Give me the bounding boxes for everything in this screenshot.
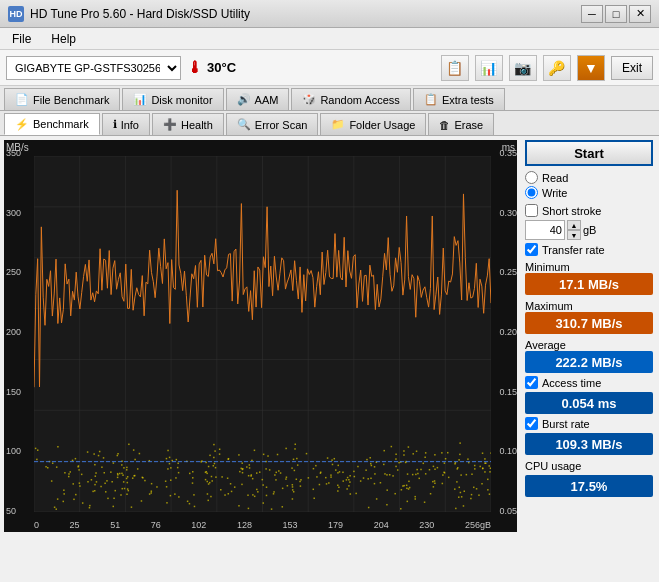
average-section: Average 222.2 MB/s — [525, 337, 653, 373]
chart-x-axis: 0 25 51 76 102 128 153 179 204 230 256gB — [34, 520, 491, 532]
maximum-section: Maximum 310.7 MB/s — [525, 298, 653, 334]
temperature-value: 30°C — [207, 60, 236, 75]
health-icon: ➕ — [163, 118, 177, 131]
minimum-value: 17.1 MB/s — [525, 273, 653, 295]
tab-extra-tests[interactable]: 📋 Extra tests — [413, 88, 505, 110]
tab-bar-row2: ⚡ Benchmark ℹ Info ➕ Health 🔍 Error Scan… — [0, 111, 659, 136]
app-icon: HD — [8, 6, 24, 22]
minimum-label: Minimum — [525, 261, 653, 273]
average-value: 222.2 MB/s — [525, 351, 653, 373]
tab-bar-row1: 📄 File Benchmark 📊 Disk monitor 🔊 AAM 🎲 … — [0, 86, 659, 111]
write-radio[interactable]: Write — [525, 186, 653, 199]
access-time-value: 0.054 ms — [525, 392, 653, 414]
gb-input-row: ▲ ▼ gB — [525, 220, 653, 240]
folder-usage-icon: 📁 — [331, 118, 345, 131]
tab-benchmark[interactable]: ⚡ Benchmark — [4, 113, 100, 135]
tab-erase[interactable]: 🗑 Erase — [428, 113, 494, 135]
right-panel: Start Read Write Short stroke ▲ ▼ gB — [519, 136, 659, 536]
tab-random-access[interactable]: 🎲 Random Access — [291, 88, 410, 110]
chart-y-axis-right: 0.35 0.30 0.25 0.20 0.15 0.10 0.05 — [491, 140, 517, 532]
tab-aam[interactable]: 🔊 AAM — [226, 88, 290, 110]
gb-value-input[interactable] — [525, 220, 565, 240]
aam-icon: 🔊 — [237, 93, 251, 106]
mode-radio-group: Read Write — [525, 169, 653, 201]
tab-info[interactable]: ℹ Info — [102, 113, 150, 135]
start-button[interactable]: Start — [525, 140, 653, 166]
disk-monitor-icon: 📊 — [133, 93, 147, 106]
maximum-label: Maximum — [525, 300, 653, 312]
access-time-checkbox[interactable]: Access time — [525, 376, 653, 389]
main-content: MB/s ms 350 300 250 200 150 100 50 0.35 … — [0, 136, 659, 536]
chart-area: MB/s ms 350 300 250 200 150 100 50 0.35 … — [4, 140, 517, 532]
exit-button[interactable]: Exit — [611, 56, 653, 80]
file-benchmark-icon: 📄 — [15, 93, 29, 106]
toolbar-btn-1[interactable]: 📋 — [441, 55, 469, 81]
gb-spinner: ▲ ▼ — [567, 220, 581, 240]
gb-spin-down[interactable]: ▼ — [567, 230, 581, 240]
tab-error-scan[interactable]: 🔍 Error Scan — [226, 113, 319, 135]
toolbar-btn-down[interactable]: ▼ — [577, 55, 605, 81]
maximum-value: 310.7 MB/s — [525, 312, 653, 334]
tab-file-benchmark[interactable]: 📄 File Benchmark — [4, 88, 120, 110]
toolbar: GIGABYTE GP-GSTFS30256GTTD (256 g 🌡 30°C… — [0, 50, 659, 86]
benchmark-icon: ⚡ — [15, 118, 29, 131]
extra-tests-icon: 📋 — [424, 93, 438, 106]
tab-disk-monitor[interactable]: 📊 Disk monitor — [122, 88, 223, 110]
cpu-usage-label: CPU usage — [525, 460, 653, 472]
minimize-button[interactable]: ─ — [581, 5, 603, 23]
menu-help[interactable]: Help — [43, 30, 84, 48]
temperature-display: 🌡 30°C — [187, 59, 236, 77]
menu-bar: File Help — [0, 28, 659, 50]
read-label: Read — [542, 172, 568, 184]
erase-icon: 🗑 — [439, 119, 450, 131]
read-radio[interactable]: Read — [525, 171, 653, 184]
minimum-section: Minimum 17.1 MB/s — [525, 259, 653, 295]
short-stroke-row: Short stroke — [525, 204, 653, 217]
gb-label: gB — [583, 224, 596, 236]
error-scan-icon: 🔍 — [237, 118, 251, 131]
tab-folder-usage[interactable]: 📁 Folder Usage — [320, 113, 426, 135]
write-label: Write — [542, 187, 567, 199]
menu-file[interactable]: File — [4, 30, 39, 48]
info-icon: ℹ — [113, 118, 117, 131]
close-button[interactable]: ✕ — [629, 5, 651, 23]
burst-rate-value: 109.3 MB/s — [525, 433, 653, 455]
chart-y-axis-left: 350 300 250 200 150 100 50 — [4, 140, 34, 532]
average-label: Average — [525, 339, 653, 351]
benchmark-chart — [34, 156, 491, 512]
toolbar-btn-2[interactable]: 📊 — [475, 55, 503, 81]
random-access-icon: 🎲 — [302, 93, 316, 106]
cpu-usage-value: 17.5% — [525, 475, 653, 497]
drive-selector[interactable]: GIGABYTE GP-GSTFS30256GTTD (256 g — [6, 56, 181, 80]
window-controls: ─ □ ✕ — [581, 5, 651, 23]
tab-health[interactable]: ➕ Health — [152, 113, 224, 135]
burst-rate-checkbox[interactable]: Burst rate — [525, 417, 653, 430]
thermometer-icon: 🌡 — [187, 59, 203, 77]
gb-spin-up[interactable]: ▲ — [567, 220, 581, 230]
toolbar-btn-4[interactable]: 🔑 — [543, 55, 571, 81]
maximize-button[interactable]: □ — [605, 5, 627, 23]
short-stroke-checkbox[interactable]: Short stroke — [525, 204, 601, 217]
transfer-rate-checkbox[interactable]: Transfer rate — [525, 243, 653, 256]
window-title: HD Tune Pro 5.60 - Hard Disk/SSD Utility — [30, 7, 250, 21]
toolbar-btn-3[interactable]: 📷 — [509, 55, 537, 81]
title-bar: HD HD Tune Pro 5.60 - Hard Disk/SSD Util… — [0, 0, 659, 28]
